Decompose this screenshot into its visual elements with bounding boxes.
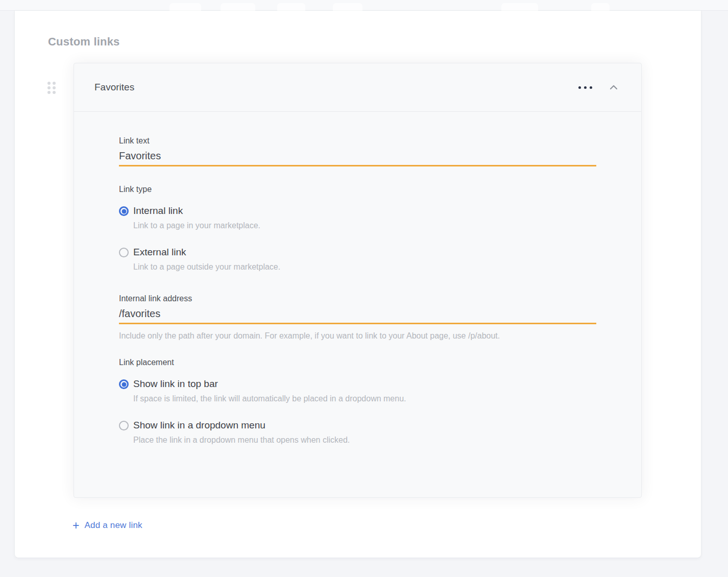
radio-option-dropdown-menu: Show link in a dropdown menu Place the l… xyxy=(119,420,596,445)
chevron-up-icon xyxy=(610,85,618,90)
radio-label-top-bar[interactable]: Show link in top bar xyxy=(133,378,406,390)
radio-label-dropdown-menu[interactable]: Show link in a dropdown menu xyxy=(133,420,350,431)
top-chrome-strip xyxy=(0,0,728,11)
content-panel: Custom links Favorites Link text Link ty… xyxy=(14,11,701,558)
option-text: Show link in a dropdown menu Place the l… xyxy=(133,420,350,445)
link-text-input[interactable] xyxy=(119,150,596,166)
card-body: Link text Link type Internal link Link t… xyxy=(74,112,641,445)
link-type-label: Link type xyxy=(119,185,596,194)
radio-description-top-bar: If space is limited, the link will autom… xyxy=(133,394,406,403)
tab-hint xyxy=(501,3,538,11)
link-placement-label: Link placement xyxy=(119,358,596,367)
add-new-link-label: Add a new link xyxy=(84,520,142,531)
tab-hint xyxy=(169,3,201,11)
tab-hint xyxy=(591,3,610,11)
link-text-field-group: Link text xyxy=(119,136,596,166)
option-text: Show link in top bar If space is limited… xyxy=(133,378,406,403)
radio-show-link-top-bar[interactable] xyxy=(119,379,129,389)
card-title: Favorites xyxy=(94,82,134,93)
radio-description-dropdown-menu: Place the link in a dropdown menu that o… xyxy=(133,436,350,445)
radio-external-link[interactable] xyxy=(119,248,129,257)
collapse-card-button[interactable] xyxy=(606,82,621,93)
radio-label-external-link[interactable]: External link xyxy=(133,247,280,258)
custom-link-card: Favorites Link text Link type Internal l… xyxy=(74,63,642,498)
radio-internal-link[interactable] xyxy=(119,206,129,216)
page-title: Custom links xyxy=(48,35,120,49)
radio-description-internal-link: Link to a page in your marketplace. xyxy=(133,221,260,230)
internal-link-address-input[interactable] xyxy=(119,308,596,324)
radio-option-external-link: External link Link to a page outside you… xyxy=(119,247,596,272)
internal-link-address-label: Internal link address xyxy=(119,294,192,303)
radio-show-link-dropdown[interactable] xyxy=(119,421,129,430)
radio-option-internal-link: Internal link Link to a page in your mar… xyxy=(119,205,596,230)
radio-label-internal-link[interactable]: Internal link xyxy=(133,205,260,217)
internal-link-address-help: Include only the path after your domain.… xyxy=(119,331,596,341)
option-text: External link Link to a page outside you… xyxy=(133,247,280,272)
radio-option-top-bar: Show link in top bar If space is limited… xyxy=(119,378,596,403)
drag-handle-icon[interactable] xyxy=(47,82,56,94)
internal-link-address-field-group: Internal link address Include only the p… xyxy=(119,294,596,341)
tab-hint xyxy=(277,3,305,11)
option-text: Internal link Link to a page in your mar… xyxy=(133,205,260,230)
more-options-icon[interactable] xyxy=(574,82,596,93)
card-header: Favorites xyxy=(74,63,641,112)
tab-hint xyxy=(333,3,362,11)
add-new-link-button[interactable]: + Add a new link xyxy=(72,520,142,531)
link-text-label: Link text xyxy=(119,136,150,145)
radio-description-external-link: Link to a page outside your marketplace. xyxy=(133,262,280,272)
plus-icon: + xyxy=(72,520,79,531)
tab-hint xyxy=(221,3,255,11)
